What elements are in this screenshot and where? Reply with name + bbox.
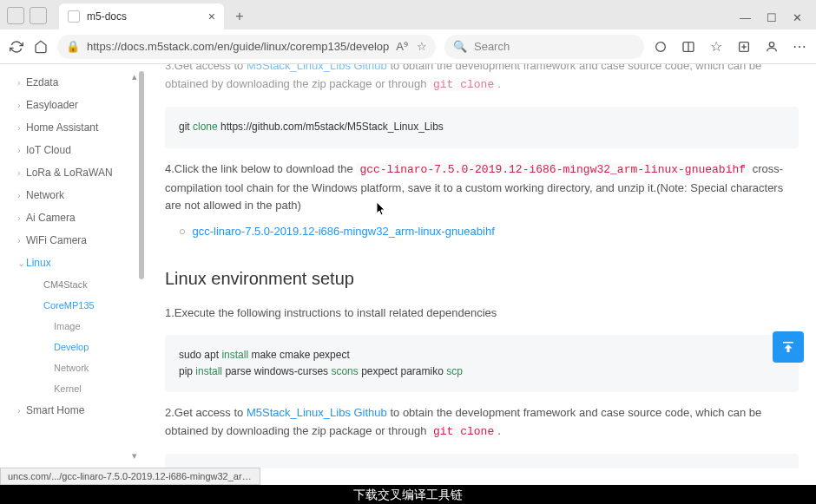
more-icon[interactable]: ⋯ (792, 39, 807, 55)
url-box[interactable]: 🔒 https://docs.m5stack.com/en/guide/linu… (57, 35, 436, 59)
sidebar-item-coremp135[interactable]: CoreMP135 (0, 295, 148, 316)
titlebar: m5-docs × + — ☐ ✕ (0, 0, 816, 29)
sidebar-toggle-icon[interactable] (30, 7, 47, 24)
sidebar-item-kernel[interactable]: Kernel (0, 378, 148, 399)
sidebar-item-network[interactable]: Network (0, 184, 148, 206)
favorites-icon[interactable]: ☆ (708, 39, 724, 55)
url-text: https://docs.m5stack.com/en/guide/linux/… (87, 40, 389, 53)
sidebar-item-network2[interactable]: Network (0, 357, 148, 378)
refresh-icon[interactable] (9, 39, 24, 55)
github-link[interactable]: M5Stack_Linux_Libs Github (247, 64, 387, 72)
home-icon[interactable] (33, 39, 49, 55)
code-block-gitclone-2: git clone https://github.com/m5stack/M5S… (165, 454, 799, 468)
heading-linux-setup: Linux environment setup (165, 265, 799, 292)
code-block-install-deps: sudo apt install make cmake pexpect pip … (165, 335, 799, 392)
sidebar-item-iotcloud[interactable]: IoT Cloud (0, 139, 148, 161)
code-block-gitclone-1: git clone https://github.com/m5stack/M5S… (165, 107, 799, 148)
paragraph-step3: 3.Get access to M5Stack_Linux_Libs Githu… (165, 64, 799, 95)
close-tab-icon[interactable]: × (208, 10, 215, 23)
extensions-icon[interactable] (653, 39, 668, 55)
sidebar-item-ezdata[interactable]: Ezdata (0, 71, 148, 94)
status-bar: uncs.com/.../gcc-linaro-7.5.0-2019.12-i6… (0, 468, 260, 485)
paragraph-linux-step2: 2.Get access to M5Stack_Linux_Libs Githu… (165, 404, 799, 442)
maximize-icon[interactable]: ☐ (767, 11, 777, 24)
tab-favicon-icon (68, 10, 80, 23)
sidebar-item-image[interactable]: Image (0, 316, 148, 337)
workspace-icon[interactable] (7, 7, 24, 24)
paragraph-step4: 4.Click the link below to download the g… (165, 160, 799, 215)
main-content: 3.Get access to M5Stack_Linux_Libs Githu… (148, 64, 816, 468)
sidebar-item-wificamera[interactable]: WiFi Camera (0, 229, 148, 252)
sidebar-item-cm4stack[interactable]: CM4Stack (0, 274, 148, 295)
close-window-icon[interactable]: ✕ (793, 11, 802, 24)
browser-tab[interactable]: m5-docs × (59, 3, 224, 29)
scroll-to-top-button[interactable] (773, 331, 804, 363)
tab-title: m5-docs (87, 10, 201, 23)
sidebar-item-lora[interactable]: LoRa & LoRaWAN (0, 161, 148, 184)
sidebar-item-linux[interactable]: Linux (0, 252, 148, 274)
lock-icon: 🔒 (66, 40, 80, 53)
new-tab-button[interactable]: + (229, 6, 250, 27)
collections-icon[interactable] (736, 39, 752, 55)
sidebar-item-smarthome[interactable]: Smart Home (0, 399, 148, 422)
minimize-icon[interactable]: — (740, 11, 751, 24)
video-subtitle: 下载交叉编译工具链 (0, 485, 816, 504)
doc-sidebar: ▴ Ezdata Easyloader Home Assistant IoT C… (0, 64, 148, 468)
search-box[interactable]: 🔍 Search (444, 35, 644, 59)
sidebar-item-easyloader[interactable]: Easyloader (0, 94, 148, 116)
github-link-2[interactable]: M5Stack_Linux_Libs Github (247, 406, 387, 419)
sidebar-item-aicamera[interactable]: Ai Camera (0, 206, 148, 229)
svg-point-0 (656, 42, 666, 51)
paragraph-linux-step1: 1.Execute the following instructions to … (165, 304, 799, 323)
favorite-icon[interactable]: ☆ (417, 40, 427, 53)
sidebar-item-develop[interactable]: Develop (0, 337, 148, 357)
sidebar-scroll-down-icon[interactable]: ▾ (132, 450, 137, 461)
profile-icon[interactable] (764, 39, 780, 55)
search-placeholder: Search (474, 40, 510, 53)
download-link-gcc-win[interactable]: gcc-linaro-7.5.0-2019.12-i686-mingw32_ar… (179, 220, 799, 244)
read-aloud-icon[interactable]: A⁹ (396, 40, 408, 53)
sidebar-item-homeassistant[interactable]: Home Assistant (0, 116, 148, 139)
address-bar: 🔒 https://docs.m5stack.com/en/guide/linu… (0, 29, 816, 64)
search-icon: 🔍 (453, 40, 467, 53)
svg-point-6 (769, 42, 773, 46)
split-screen-icon[interactable] (681, 39, 696, 55)
